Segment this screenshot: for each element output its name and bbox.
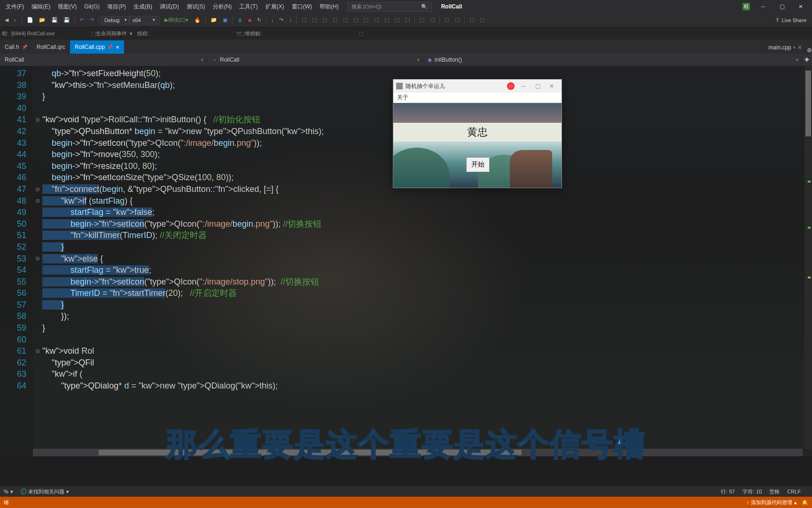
restart-icon[interactable]: ↻ (255, 16, 263, 24)
menu-git[interactable]: Git(G) (80, 1, 103, 12)
notification-icon[interactable]: 🔔 (802, 500, 808, 506)
toolbar-icon[interactable]: ⬚ (418, 16, 426, 24)
stop-icon[interactable]: ■ (246, 16, 253, 24)
step-out-icon[interactable]: ↑ (287, 16, 294, 24)
app-title: 随机抽个幸运儿 (406, 82, 445, 90)
menu-analyze[interactable]: 分析(N) (209, 1, 236, 13)
process-label: 程: (2, 30, 8, 37)
app-close[interactable]: ✕ (545, 83, 559, 89)
stackframe-label: 堆栈帧: (245, 30, 262, 37)
toolbar-icon[interactable]: ⬚ (341, 16, 350, 24)
process-dropdown[interactable]: [6944] RollCall.exe (11, 31, 91, 36)
platform-dropdown[interactable]: x64 (129, 16, 157, 24)
menu-window[interactable]: 窗口(W) (288, 1, 316, 13)
tab-call-h[interactable]: Call.h 📌 (0, 40, 32, 54)
tab-rollcall-cpp[interactable]: RollCall.cpp 📌 ✕ (70, 40, 124, 54)
menu-file[interactable]: 文件(F) (2, 1, 28, 13)
live-share-button[interactable]: ⇪ Live Share (772, 15, 810, 25)
breadcrumb: RollCall → RollCall ◈ initButton() ✚ (0, 54, 812, 66)
menu-debug[interactable]: 调试(D) (156, 1, 183, 13)
toolbar-icon[interactable]: ⬚ (453, 16, 461, 24)
new-file-icon[interactable]: 📄 (25, 16, 35, 24)
app-icon (396, 83, 403, 89)
toolbar-icon[interactable]: ⬚ (403, 16, 412, 24)
debug-icon[interactable]: ⬚ (359, 31, 363, 37)
crumb-class[interactable]: → RollCall (207, 56, 423, 63)
cursor-line: 行: 57 (721, 488, 735, 495)
toolbar-icon[interactable]: ⬚ (468, 16, 476, 24)
open-icon[interactable]: 📂 (37, 16, 47, 24)
hot-reload-icon[interactable]: 🔥 (192, 16, 203, 24)
app-titlebar[interactable]: 随机抽个幸运儿 ─ ▢ ✕ (393, 79, 562, 93)
toolbar-icon[interactable]: ⬚ (383, 16, 391, 24)
zoom-percent[interactable]: % ▾ (4, 489, 13, 495)
menu-view[interactable]: 视图(V) (54, 1, 80, 13)
maximize-button[interactable]: ▢ (773, 0, 791, 13)
pin-icon[interactable]: 📌 (22, 45, 27, 49)
split-icon[interactable]: ✚ (802, 56, 812, 63)
app-menu-about[interactable]: 关于 (397, 94, 408, 102)
source-control-button[interactable]: ↑ 添加到源代码管理 ▴ (747, 499, 797, 506)
start-button[interactable]: 开始 (466, 157, 490, 172)
step-into-icon[interactable]: ↓ (269, 16, 276, 24)
toolbar-icon[interactable]: ⬚ (310, 16, 319, 24)
notification-icon[interactable] (507, 82, 515, 90)
nav-back-icon[interactable]: ◀ (3, 16, 10, 24)
continue-button[interactable]: ▶ 继续(C) ▾ (163, 16, 190, 24)
toolbar-icon[interactable]: ⬚ (443, 16, 451, 24)
app-minimize[interactable]: ─ (516, 83, 531, 89)
issues-status[interactable]: ✓未找到相关问题 ▾ (21, 488, 69, 495)
toolbar-icon[interactable]: ⬚ (478, 16, 486, 24)
lifecycle-icon[interactable]: ⬚ (91, 31, 96, 37)
search-input[interactable]: 搜索 (Ctrl+Q) 🔍 (347, 2, 432, 12)
close-button[interactable]: ✕ (791, 0, 810, 13)
tab-main-cpp[interactable]: main.cpp ▾ ✕ (764, 41, 807, 54)
minimize-button[interactable]: ─ (754, 0, 773, 13)
config-dropdown[interactable]: Debug (101, 16, 129, 24)
tab-overflow-icon[interactable]: ⚙ (807, 47, 812, 54)
crumb-method[interactable]: ◈ initButton() (423, 56, 802, 63)
redo-icon[interactable]: ↷ (88, 16, 96, 24)
toolbar-icon[interactable]: ⬚ (331, 16, 339, 24)
indent-mode[interactable]: 空格 (769, 488, 780, 495)
app-maximize[interactable]: ▢ (531, 83, 545, 89)
thread-list-icon[interactable]: ⬚ (240, 31, 245, 37)
toolbar: ◀ ▸ 📄 📂 💾 💾 ↶ ↷ Debug x64 ▶ 继续(C) ▾ 🔥 📁 … (0, 13, 812, 27)
tab-rollcall-qrc[interactable]: RollCall.qrc (32, 40, 70, 54)
filter-icon[interactable]: ▽ (236, 31, 240, 37)
close-icon[interactable]: ✕ (116, 45, 119, 50)
toolbar-icon[interactable]: ⬚ (362, 16, 370, 24)
crumb-scope[interactable]: RollCall (0, 56, 207, 63)
pause-icon[interactable]: ⏸ (235, 16, 244, 24)
undo-icon[interactable]: ↶ (78, 16, 86, 24)
menu-build[interactable]: 生成(B) (130, 1, 156, 13)
user-badge[interactable]: 程 (742, 3, 750, 10)
menu-help[interactable]: 帮助(H) (316, 1, 343, 13)
step-over-icon[interactable]: ↷ (277, 16, 285, 24)
menu-tools[interactable]: 工具(T) (235, 1, 261, 13)
toolbar-icon[interactable]: ⬚ (300, 16, 308, 24)
line-ending[interactable]: CRLF (787, 489, 801, 494)
nav-fwd-icon[interactable]: ▸ (12, 16, 19, 24)
menu-project[interactable]: 项目(P) (103, 1, 130, 13)
toolbar-icon[interactable]: ⬚ (372, 16, 381, 24)
menu-extensions[interactable]: 扩展(X) (262, 1, 288, 13)
folder-icon[interactable]: 📁 (209, 16, 219, 24)
search-placeholder: 搜索 (Ctrl+Q) (351, 3, 382, 10)
toolbar-icon[interactable]: ⬚ (393, 16, 401, 24)
app-name: RollCall (441, 3, 462, 10)
menu-edit[interactable]: 编辑(E) (28, 1, 54, 13)
window-icon[interactable]: ▣ (221, 16, 229, 24)
close-icon[interactable]: ✕ (797, 44, 802, 51)
save-all-icon[interactable]: 💾 (62, 16, 72, 24)
menu-test[interactable]: 测试(S) (183, 1, 209, 13)
toolbar-icon[interactable]: ⬚ (320, 16, 329, 24)
name-display: 黄忠 (393, 123, 562, 142)
crumb-label: RollCall (220, 56, 239, 63)
toolbar-icon[interactable]: ⬚ (351, 16, 360, 24)
pin-icon[interactable]: 📌 (108, 45, 113, 49)
tab-label: RollCall.qrc (37, 44, 65, 50)
arrow-icon: → (211, 56, 217, 63)
save-icon[interactable]: 💾 (49, 16, 60, 24)
toolbar-icon[interactable]: ⬚ (428, 16, 437, 24)
